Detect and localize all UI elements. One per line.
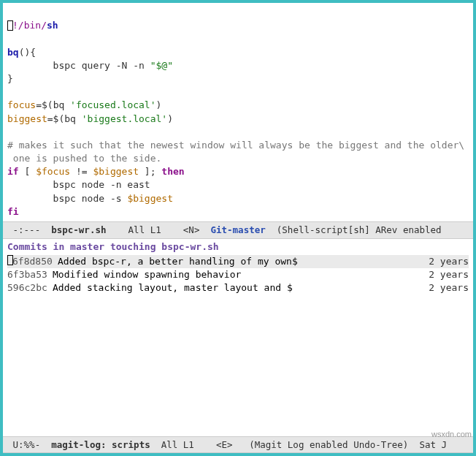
- string: "$@": [150, 60, 173, 71]
- var: $biggest: [93, 166, 139, 177]
- watermark: wsxdn.com: [431, 429, 472, 440]
- magit-log-header: Commits in master touching bspc-wr.sh: [3, 239, 473, 255]
- redacted-text: [298, 256, 332, 267]
- text: =$(: [36, 99, 53, 110]
- func-name: bq: [7, 47, 19, 58]
- line: focus=$(bq 'focused.local'): [7, 99, 161, 110]
- commit-list: 6f8d850Added bspc-r, a better handling o…: [3, 255, 473, 295]
- var: focus: [7, 99, 36, 110]
- modeline-position: All L1 <E>: [150, 439, 249, 450]
- text: }: [7, 73, 13, 84]
- commit-age: 2 years: [423, 255, 469, 268]
- text: [76, 113, 82, 124]
- shebang: !/bin/: [12, 20, 47, 31]
- editor-pane[interactable]: !/bin/sh bq(){ bspc query -N -n "$@" } f…: [3, 3, 473, 221]
- commit-hash: 596c2bc: [7, 281, 53, 294]
- modeline-major-mode: (Magit Log enabled Undo-Tree) Sat J: [249, 439, 447, 450]
- line: biggest=$(bq 'biggest.local'): [7, 113, 173, 124]
- line: if [ $focus != $biggest ]; then: [7, 166, 185, 177]
- text: ];: [139, 166, 161, 177]
- line: fi: [7, 206, 19, 217]
- keyword: if: [7, 166, 19, 177]
- commit-row[interactable]: 596c2bcAdded stacking layout, master lay…: [7, 281, 469, 294]
- commit-message: Modified window spawning behavior: [53, 268, 423, 281]
- text: [: [19, 166, 36, 177]
- commit-hash: 6f8d850: [12, 255, 58, 268]
- shell-name: sh: [47, 20, 58, 31]
- modeline-position: All L1 <N>: [106, 224, 210, 235]
- branch-name: master: [70, 241, 104, 252]
- redacted-text: [293, 282, 327, 293]
- line: # makes it such that the newest window w…: [7, 140, 464, 151]
- var: $focus: [36, 166, 70, 177]
- text: bspc node -s: [7, 193, 127, 204]
- text: Commits in: [7, 241, 70, 252]
- modeline-bottom[interactable]: U:%%- magit-log: scripts All L1 <E> (Mag…: [3, 436, 473, 454]
- line: bspc node -n east: [7, 179, 150, 190]
- string: 'biggest.local': [82, 113, 167, 124]
- text: ): [167, 113, 173, 124]
- emacs-frame: !/bin/sh bq(){ bspc query -N -n "$@" } f…: [0, 0, 476, 456]
- commit-row[interactable]: 6f3ba53Modified window spawning behavior…: [7, 268, 469, 281]
- text: [64, 99, 70, 110]
- line: bq(){: [7, 47, 36, 58]
- commit-row[interactable]: 6f8d850Added bspc-r, a better handling o…: [7, 255, 469, 268]
- comment: # makes it such that the newest window w…: [7, 140, 464, 151]
- modeline-top[interactable]: -:--- bspc-wr.sh All L1 <N> Git-master (…: [3, 221, 473, 239]
- line: }: [7, 73, 13, 84]
- text: bspc query -N -n: [7, 60, 150, 71]
- modeline-buffer-name: bspc-wr.sh: [51, 224, 106, 235]
- line: !/bin/sh: [7, 20, 58, 31]
- line: bspc node -s $biggest: [7, 193, 173, 204]
- var: biggest: [7, 113, 47, 124]
- string: 'focused.local': [70, 99, 156, 110]
- commit-hash: 6f3ba53: [7, 268, 53, 281]
- text: bq: [53, 99, 65, 110]
- commit-message: Added stacking layout, master layout and…: [53, 281, 423, 294]
- line: bspc query -N -n "$@": [7, 60, 173, 71]
- commit-age: 2 years: [423, 268, 469, 281]
- commit-age: 2 years: [423, 281, 469, 294]
- modeline-major-mode: (Shell-script[sh] ARev enabled: [266, 224, 442, 235]
- commit-message: Added bspc-r, a better handling of my ow…: [58, 255, 423, 268]
- text: !=: [70, 166, 93, 177]
- text: bspc node -n east: [7, 179, 150, 190]
- modeline-git-branch: Git-master: [210, 224, 265, 235]
- var: $biggest: [127, 193, 173, 204]
- text: =$(: [47, 113, 64, 124]
- modeline-buffer-name: magit-log: scripts: [51, 439, 150, 450]
- spacer: [3, 294, 473, 436]
- keyword: fi: [7, 206, 19, 217]
- modeline-status: U:%%-: [7, 439, 51, 450]
- text: (){: [19, 47, 36, 58]
- line: one is pushed to the side.: [7, 153, 161, 164]
- modeline-status: -:---: [7, 224, 51, 235]
- comment: one is pushed to the side.: [7, 153, 161, 164]
- text: ): [156, 99, 162, 110]
- text: bq: [64, 113, 76, 124]
- file-name: bspc-wr.sh: [161, 241, 218, 252]
- keyword: then: [161, 166, 184, 177]
- text: touching: [104, 241, 161, 252]
